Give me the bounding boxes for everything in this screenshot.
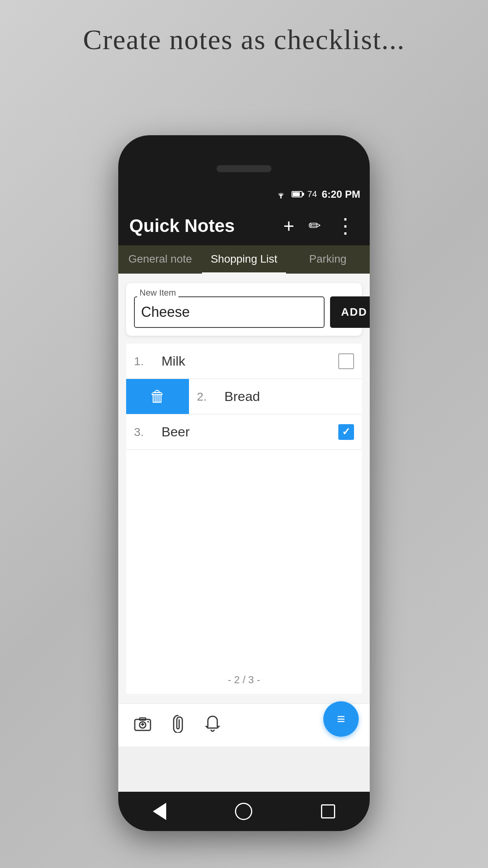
new-item-label: New Item (137, 288, 178, 298)
tab-shopping-list[interactable]: Shopping List (202, 245, 286, 274)
battery-percent: 74 (307, 189, 317, 199)
app-bar: Quick Notes + ✏ ⋮ (118, 206, 370, 245)
list-number-3: 3. (134, 425, 154, 439)
list-item-1-content: 1. Milk (126, 344, 362, 379)
phone-top (118, 155, 370, 182)
content-area: New Item ADD 1. Milk (118, 274, 370, 703)
new-item-row: ADD (134, 296, 354, 328)
fab-icon: ≡ (337, 711, 345, 727)
list-container: 1. Milk 🗑 2. Bread (126, 344, 362, 450)
svg-point-0 (280, 197, 282, 199)
checkbox-1[interactable] (338, 353, 354, 369)
list-item: 3. Beer (126, 414, 362, 450)
new-item-input[interactable] (134, 296, 325, 328)
list-text-3: Beer (161, 424, 338, 440)
status-bar: 74 6:20 PM (118, 182, 370, 206)
list-number-2: 2. (197, 390, 216, 403)
add-item-button[interactable]: ADD (330, 296, 370, 328)
app-title: Quick Notes (129, 215, 272, 236)
edit-button[interactable]: ✏ (305, 214, 324, 237)
trash-icon: 🗑 (150, 388, 165, 405)
phone-nav-bar (118, 792, 370, 831)
phone-device: 74 6:20 PM Quick Notes + ✏ ⋮ General not… (118, 135, 370, 827)
nav-back-button[interactable] (153, 803, 166, 820)
nav-recent-button[interactable] (321, 804, 335, 818)
new-item-card: New Item ADD (126, 283, 362, 336)
list-text-2: Bread (224, 389, 354, 404)
tab-general-note[interactable]: General note (118, 245, 202, 274)
list-item: 🗑 2. Bread (126, 379, 362, 414)
bell-icon[interactable] (205, 715, 220, 736)
list-number-1: 1. (134, 355, 154, 368)
list-item-3-content: 3. Beer (126, 414, 362, 449)
tab-parking[interactable]: Parking (286, 245, 370, 274)
checkbox-3[interactable] (338, 424, 354, 440)
wifi-icon (275, 190, 287, 199)
svg-point-4 (147, 721, 149, 723)
more-options-button[interactable]: ⋮ (332, 211, 359, 241)
status-time: 6:20 PM (322, 188, 360, 200)
pagination: - 2 / 3 - (126, 666, 362, 694)
phone-screen: 74 6:20 PM Quick Notes + ✏ ⋮ General not… (118, 182, 370, 792)
delete-action-button[interactable]: 🗑 (126, 379, 189, 414)
camera-icon[interactable] (134, 715, 151, 735)
list-item: 1. Milk (126, 344, 362, 379)
page-background-title: Create notes as checklist... (83, 24, 405, 56)
battery-icon (292, 191, 303, 197)
list-item-2-content: 2. Bread (189, 379, 362, 414)
nav-home-button[interactable] (235, 803, 252, 820)
empty-area (126, 450, 362, 666)
list-text-1: Milk (161, 353, 338, 369)
phone-speaker (216, 165, 272, 172)
add-note-button[interactable]: + (280, 212, 297, 240)
pagination-text: - 2 / 3 - (228, 674, 260, 686)
attach-icon[interactable] (171, 714, 185, 737)
fab-button[interactable]: ≡ (323, 701, 359, 737)
tabs-bar: General note Shopping List Parking (118, 245, 370, 274)
status-icons: 74 6:20 PM (275, 188, 360, 200)
